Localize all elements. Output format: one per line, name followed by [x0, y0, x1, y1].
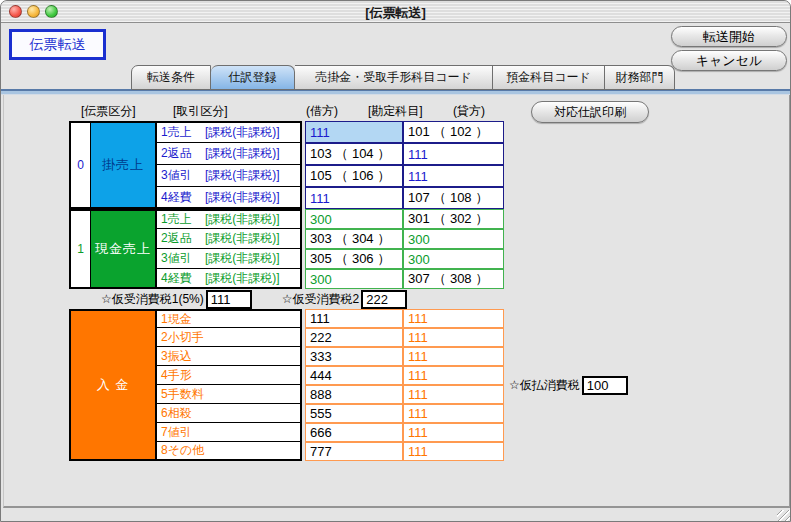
tax-class-label: [課税(非課税)] — [205, 250, 280, 267]
credit-account-field[interactable]: 111 — [403, 328, 504, 347]
section-name: 掛売上 — [91, 121, 157, 209]
debit-account-field[interactable]: 555 — [305, 404, 403, 423]
txn-type-cell: 3値引[課税(非課税)] — [157, 249, 302, 269]
credit-account-field[interactable]: 111 — [403, 404, 504, 423]
txn-type-label: 2返品 — [161, 145, 205, 162]
debit-account-field[interactable]: 305 （ 306 ） — [305, 249, 403, 269]
tax-class-label: [課税(非課税)] — [205, 230, 280, 247]
credit-account-field[interactable]: 111 — [403, 442, 504, 461]
txn-type-cell: 1売上[課税(非課税)] — [157, 209, 302, 229]
txn-type-cell: 2返品[課税(非課税)] — [157, 143, 302, 165]
tax-class-label: [課税(非課税)] — [205, 189, 280, 206]
received-tax1-input[interactable] — [206, 290, 252, 309]
screen-title-badge: 伝票転送 — [9, 29, 106, 60]
txn-type-label: 2小切手 — [161, 329, 204, 346]
txn-type-label: 2返品 — [161, 230, 205, 247]
txn-type-cell: 3振込 — [157, 347, 302, 366]
debit-account-field[interactable]: 105 （ 106 ） — [305, 165, 403, 187]
debit-account-field[interactable]: 111 — [305, 309, 403, 328]
section-credit-sales: 0 掛売上 1売上[課税(非課税)] 111 101 （ 102 ） 2返品[課… — [69, 121, 504, 209]
window-title: [伝票転送] — [1, 4, 790, 22]
debit-account-field[interactable]: 111 — [305, 187, 403, 209]
app-window: [伝票転送] 伝票転送 転送開始 キャンセル 転送条件 仕訳登録 売掛金・受取手… — [0, 0, 791, 522]
debit-account-field[interactable]: 444 — [305, 366, 403, 385]
txn-type-cell: 7値引 — [157, 423, 302, 442]
credit-account-field[interactable]: 300 — [403, 249, 504, 269]
credit-account-field[interactable]: 111 — [403, 143, 504, 165]
txn-type-label: 4手形 — [161, 367, 192, 384]
header-credit: (貸方) — [453, 103, 485, 120]
credit-account-field[interactable]: 111 — [403, 309, 504, 328]
txn-type-label: 5手数料 — [161, 386, 204, 403]
tax-class-label: [課税(非課税)] — [205, 211, 280, 228]
debit-account-field[interactable]: 888 — [305, 385, 403, 404]
credit-account-field[interactable]: 111 — [403, 385, 504, 404]
tab-bar: 転送条件 仕訳登録 売掛金・受取手形科目コード 預金科目コード 財務部門 — [131, 65, 675, 90]
credit-account-field[interactable]: 300 — [403, 229, 504, 249]
print-matching-journal-button[interactable]: 対応仕訳印刷 — [531, 101, 649, 123]
tax-class-label: [課税(非課税)] — [205, 145, 280, 162]
received-tax2-label: ☆仮受消費税2 — [282, 291, 359, 308]
header-account: [勘定科目] — [368, 103, 423, 120]
txn-type-label: 3振込 — [161, 348, 192, 365]
credit-account-field[interactable]: 111 — [403, 165, 504, 187]
txn-type-cell: 1現金 — [157, 309, 302, 328]
debit-account-field[interactable]: 666 — [305, 423, 403, 442]
credit-account-field[interactable]: 111 — [403, 366, 504, 385]
section-name: 入 金 — [69, 309, 157, 461]
txn-type-label: 6相殺 — [161, 405, 192, 422]
transfer-start-button[interactable]: 転送開始 — [671, 26, 787, 47]
txn-type-label: 4経費 — [161, 189, 205, 206]
credit-account-field[interactable]: 101 （ 102 ） — [403, 121, 504, 143]
cancel-button[interactable]: キャンセル — [671, 50, 787, 71]
txn-type-cell: 2返品[課税(非課税)] — [157, 229, 302, 249]
txn-type-label: 4経費 — [161, 270, 205, 287]
txn-type-cell: 8その他 — [157, 442, 302, 461]
debit-account-field[interactable]: 303 （ 304 ） — [305, 229, 403, 249]
txn-type-cell: 4手形 — [157, 366, 302, 385]
received-tax2-input[interactable] — [361, 290, 407, 309]
credit-account-field[interactable]: 107 （ 108 ） — [403, 187, 504, 209]
txn-type-cell: 5手数料 — [157, 385, 302, 404]
debit-account-field[interactable]: 103 （ 104 ） — [305, 143, 403, 165]
credit-account-field[interactable]: 111 — [403, 347, 504, 366]
txn-type-cell: 3値引[課税(非課税)] — [157, 165, 302, 187]
tax-class-label: [課税(非課税)] — [205, 167, 280, 184]
tab-transfer-conditions[interactable]: 転送条件 — [131, 65, 211, 90]
paid-tax-input[interactable] — [582, 376, 628, 395]
received-tax-row: ☆仮受消費税1(5%) ☆仮受消費税2 — [101, 290, 407, 309]
txn-type-cell: 6相殺 — [157, 404, 302, 423]
section-code: 1 — [69, 209, 91, 289]
tab-journal-registration[interactable]: 仕訳登録 — [211, 65, 295, 90]
credit-account-field[interactable]: 301 （ 302 ） — [403, 209, 504, 229]
txn-type-cell: 2小切手 — [157, 328, 302, 347]
window-content: 伝票転送 転送開始 キャンセル 転送条件 仕訳登録 売掛金・受取手形科目コード … — [1, 23, 790, 522]
tab-receivable-note-account-codes[interactable]: 売掛金・受取手形科目コード — [295, 65, 493, 90]
txn-type-label: 3値引 — [161, 167, 205, 184]
tax-class-label: [課税(非課税)] — [205, 270, 280, 287]
section-cash-sales: 1 現金売上 1売上[課税(非課税)] 300 301 （ 302 ） 2返品[… — [69, 209, 504, 289]
debit-account-field[interactable]: 333 — [305, 347, 403, 366]
paid-tax-row: ☆仮払消費税 — [509, 376, 628, 395]
section-code: 0 — [69, 121, 91, 209]
txn-type-label: 1売上 — [161, 211, 205, 228]
txn-type-label: 1売上 — [161, 124, 205, 141]
titlebar: [伝票転送] — [1, 1, 790, 23]
txn-type-cell: 4経費[課税(非課税)] — [157, 269, 302, 289]
credit-account-field[interactable]: 307 （ 308 ） — [403, 269, 504, 289]
tab-finance-department[interactable]: 財務部門 — [605, 65, 675, 90]
resize-grip-icon[interactable] — [777, 510, 790, 522]
tab-deposit-account-codes[interactable]: 預金科目コード — [493, 65, 605, 90]
credit-account-field[interactable]: 111 — [403, 423, 504, 442]
debit-account-field[interactable]: 300 — [305, 269, 403, 289]
debit-account-field[interactable]: 111 — [305, 121, 403, 143]
section-deposits: 入 金 1現金 111 111 2小切手 222 111 3振込 333 111… — [69, 309, 504, 461]
received-tax1-label: ☆仮受消費税1(5%) — [101, 291, 204, 308]
debit-account-field[interactable]: 300 — [305, 209, 403, 229]
debit-account-field[interactable]: 222 — [305, 328, 403, 347]
header-debit: (借方) — [306, 103, 338, 120]
header-slip-class: [伝票区分] — [81, 103, 136, 120]
tax-class-label: [課税(非課税)] — [205, 124, 280, 141]
header-txn-class: [取引区分] — [173, 103, 228, 120]
debit-account-field[interactable]: 777 — [305, 442, 403, 461]
